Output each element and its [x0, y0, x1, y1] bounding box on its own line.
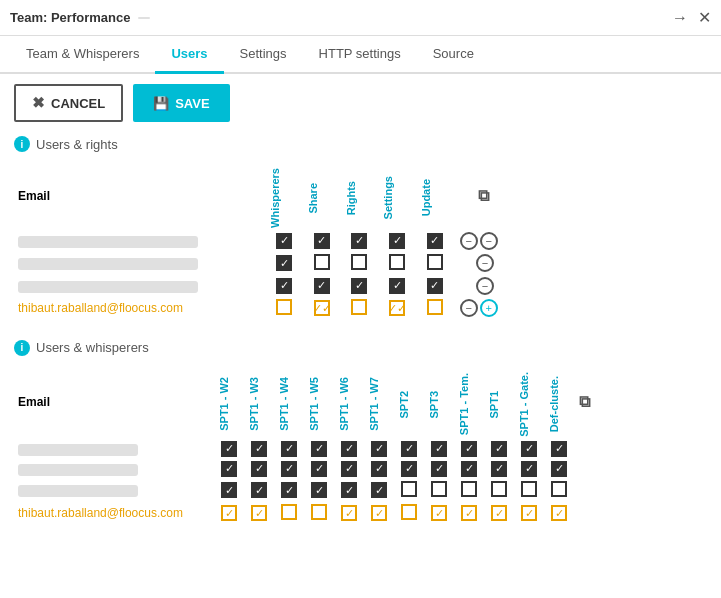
checkbox-cell[interactable] [334, 459, 364, 479]
remove-icon-2[interactable]: − [480, 232, 498, 250]
checkbox-cell[interactable] [544, 479, 574, 502]
checkbox-cell[interactable] [304, 479, 334, 502]
checkbox-cell[interactable] [341, 275, 379, 297]
remove-icon[interactable]: − [476, 254, 494, 272]
checkbox-cell[interactable]: ✓ [334, 502, 364, 525]
col-spt1---tem.: SPT1 - Tem. [458, 369, 480, 435]
checkbox-cell[interactable] [424, 479, 454, 502]
checkbox-cell[interactable] [274, 479, 304, 502]
checkbox-cell[interactable]: ✓ [214, 502, 244, 525]
checkbox-cell[interactable] [341, 252, 379, 275]
remove-icon[interactable]: − [460, 232, 478, 250]
table-row: thibaut.raballand@floocus.com✓✓✓✓✓✓✓✓✓ [14, 502, 594, 525]
checkbox-cell[interactable] [303, 230, 341, 252]
checkbox-cell[interactable] [424, 439, 454, 459]
checkbox-cell[interactable] [514, 459, 544, 479]
checkbox-cell[interactable] [364, 479, 394, 502]
checkbox-cell[interactable] [394, 479, 424, 502]
checkbox-cell[interactable] [244, 479, 274, 502]
checkbox-cell[interactable] [304, 439, 334, 459]
checkbox-cell[interactable] [544, 459, 574, 479]
checkbox-cell[interactable] [244, 459, 274, 479]
col-spt1---w7: SPT1 - W7 [368, 373, 390, 431]
checkbox-cell[interactable] [484, 459, 514, 479]
checkbox-cell[interactable]: ✓ [303, 297, 341, 320]
col-whisperers: Whisperers [269, 164, 291, 228]
tab-settings[interactable]: Settings [224, 36, 303, 74]
checkbox-cell[interactable] [214, 479, 244, 502]
users-rights-table-wrapper: Email Whisperers Share Rights Settings U… [14, 162, 707, 320]
close-icon[interactable]: ✕ [698, 8, 711, 27]
checkbox-cell[interactable] [303, 275, 341, 297]
checkbox-cell[interactable] [265, 230, 303, 252]
checkbox-cell[interactable]: ✓ [244, 502, 274, 525]
checkbox-cell[interactable]: ✓ [378, 297, 416, 320]
checkbox-cell[interactable] [378, 230, 416, 252]
add-icon[interactable]: + [480, 299, 498, 317]
cancel-button[interactable]: ✖ CANCEL [14, 84, 123, 122]
col-spt1---gate.: SPT1 - Gate. [518, 368, 540, 437]
checkbox-cell[interactable] [274, 439, 304, 459]
checkbox-cell[interactable] [304, 459, 334, 479]
table-row [14, 459, 594, 479]
tab-team[interactable]: Team & Whisperers [10, 36, 155, 74]
checkbox-cell[interactable] [274, 459, 304, 479]
checkbox-cell[interactable] [484, 479, 514, 502]
checkbox-cell[interactable] [514, 439, 544, 459]
checkbox-cell[interactable] [265, 252, 303, 275]
checkbox-cell[interactable] [244, 439, 274, 459]
checkbox-cell[interactable] [378, 275, 416, 297]
checkbox-cell[interactable] [484, 439, 514, 459]
checkbox-cell[interactable] [378, 252, 416, 275]
checkbox-cell[interactable]: ✓ [544, 502, 574, 525]
checkbox-cell[interactable] [274, 502, 304, 525]
checkbox-cell[interactable] [265, 275, 303, 297]
checkbox-cell[interactable] [341, 297, 379, 320]
checkbox-cell[interactable] [394, 459, 424, 479]
checkbox-cell[interactable]: ✓ [364, 502, 394, 525]
checkbox-cell[interactable]: ✓ [424, 502, 454, 525]
copy-icon-2[interactable]: ⧉ [579, 393, 590, 410]
checkbox-cell[interactable] [304, 502, 334, 525]
email-cell [14, 275, 265, 297]
title-tag [138, 17, 150, 19]
checkbox-cell[interactable] [303, 252, 341, 275]
info-icon-2: i [14, 340, 30, 356]
checkbox-cell[interactable] [454, 459, 484, 479]
copy-icon[interactable]: ⧉ [478, 187, 489, 204]
checkbox-cell[interactable] [334, 439, 364, 459]
checkbox-cell[interactable] [214, 439, 244, 459]
email-header: Email [14, 162, 265, 230]
checkbox-cell[interactable] [416, 275, 454, 297]
checkbox-cell[interactable] [364, 439, 394, 459]
checkbox-cell[interactable]: ✓ [454, 502, 484, 525]
checkbox-cell[interactable] [416, 297, 454, 320]
table-row: thibaut.raballand@floocus.com✓✓−+ [14, 297, 514, 320]
tab-users[interactable]: Users [155, 36, 223, 74]
checkbox-cell[interactable] [265, 297, 303, 320]
checkbox-cell[interactable] [544, 439, 574, 459]
pin-icon[interactable]: → [672, 9, 688, 27]
checkbox-cell[interactable]: ✓ [484, 502, 514, 525]
email-cell [14, 252, 265, 275]
checkbox-cell[interactable] [394, 439, 424, 459]
checkbox-cell[interactable] [424, 459, 454, 479]
checkbox-cell[interactable]: ✓ [514, 502, 544, 525]
tab-http[interactable]: HTTP settings [303, 36, 417, 74]
checkbox-cell[interactable] [214, 459, 244, 479]
cancel-icon: ✖ [32, 94, 45, 112]
checkbox-cell[interactable] [416, 252, 454, 275]
remove-icon[interactable]: − [460, 299, 478, 317]
checkbox-cell[interactable] [341, 230, 379, 252]
checkbox-cell[interactable] [364, 459, 394, 479]
checkbox-cell[interactable] [514, 479, 544, 502]
remove-icon[interactable]: − [476, 277, 494, 295]
email-header-2: Email [14, 366, 214, 439]
checkbox-cell[interactable] [454, 439, 484, 459]
checkbox-cell[interactable] [394, 502, 424, 525]
save-button[interactable]: 💾 SAVE [133, 84, 229, 122]
checkbox-cell[interactable] [334, 479, 364, 502]
checkbox-cell[interactable] [454, 479, 484, 502]
tab-source[interactable]: Source [417, 36, 490, 74]
checkbox-cell[interactable] [416, 230, 454, 252]
